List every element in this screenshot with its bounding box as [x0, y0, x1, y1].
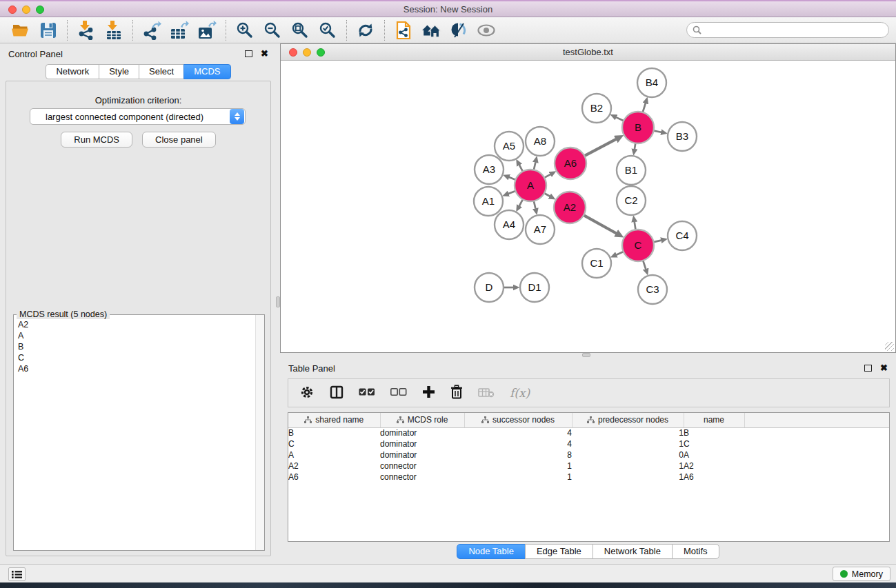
table-cell[interactable]: 0	[572, 449, 684, 460]
mcds-result-item[interactable]: C	[18, 352, 264, 363]
table-cell[interactable]: dominator	[380, 427, 464, 438]
zoom-network-window-button[interactable]	[317, 48, 325, 57]
graph-node-A5[interactable]: A5	[495, 132, 524, 161]
graph-node-A1[interactable]: A1	[474, 187, 503, 216]
deselect-all-button[interactable]	[390, 388, 407, 398]
close-table-panel-icon[interactable]: ✖	[880, 365, 888, 372]
table-cell[interactable]: 8	[464, 449, 572, 460]
table-row[interactable]: Cdominator41C	[288, 438, 889, 449]
memory-button[interactable]: Memory	[833, 567, 890, 581]
graph-node-A6[interactable]: A6	[555, 148, 586, 179]
zoom-selected-button[interactable]	[314, 19, 341, 42]
export-network-button[interactable]	[138, 19, 166, 42]
graph-edge-A-A6[interactable]	[544, 174, 550, 178]
table-cell[interactable]: A6	[288, 472, 380, 483]
graph-node-B4[interactable]: B4	[637, 68, 666, 97]
table-cell[interactable]: A6	[684, 472, 744, 483]
column-header[interactable]: successor nodes	[464, 413, 572, 427]
table-cell[interactable]: 1	[572, 438, 684, 449]
graph-node-B3[interactable]: B3	[668, 122, 697, 151]
first-neighbors-button[interactable]	[417, 19, 445, 42]
graph-edge-A-A4[interactable]	[519, 199, 523, 206]
tab-node-table[interactable]: Node Table	[457, 544, 526, 559]
tab-mcds[interactable]: MCDS	[183, 64, 230, 79]
tab-style[interactable]: Style	[99, 64, 139, 79]
delete-table-button[interactable]	[478, 387, 495, 400]
minimize-network-window-button[interactable]	[303, 48, 311, 57]
table-cell[interactable]: connector	[380, 460, 464, 472]
graph-node-A[interactable]: A	[515, 170, 546, 201]
tab-network-table[interactable]: Network Table	[593, 544, 673, 559]
graph-node-A3[interactable]: A3	[475, 155, 504, 184]
graph-node-D[interactable]: D	[475, 273, 504, 302]
show-columns-button[interactable]	[330, 385, 344, 401]
float-panel-icon[interactable]	[245, 50, 252, 57]
table-cell[interactable]: A	[684, 449, 744, 460]
table-cell[interactable]: 1	[464, 472, 572, 483]
add-column-button[interactable]	[422, 385, 435, 401]
graph-node-C1[interactable]: C1	[582, 249, 611, 278]
table-cell[interactable]: 4	[464, 438, 572, 449]
graph-edge-A-A7[interactable]	[534, 201, 536, 209]
table-cell[interactable]: C	[288, 438, 380, 449]
graph-node-C[interactable]: C	[622, 230, 654, 261]
open-session-button[interactable]	[7, 19, 34, 42]
close-panel-button[interactable]: Close panel	[142, 132, 216, 148]
close-window-button[interactable]	[8, 6, 17, 14]
graph-edge-C-C3[interactable]	[643, 261, 646, 270]
mcds-list-scrollbar[interactable]	[255, 315, 264, 550]
column-header[interactable]: predecessor nodes	[572, 413, 684, 427]
table-cell[interactable]: B	[684, 427, 744, 438]
table-cell[interactable]: B	[288, 427, 380, 438]
column-header[interactable]: MCDS role	[380, 413, 464, 427]
refresh-view-button[interactable]	[352, 19, 379, 42]
import-network-button[interactable]	[72, 19, 100, 42]
graphics-details-button[interactable]	[445, 19, 472, 42]
graph-node-A4[interactable]: A4	[495, 210, 524, 239]
import-table-button[interactable]	[100, 19, 128, 42]
graph-edge-A-A1[interactable]	[508, 191, 516, 194]
search-input[interactable]	[701, 26, 888, 35]
tab-select[interactable]: Select	[139, 64, 184, 79]
minimize-window-button[interactable]	[22, 6, 30, 14]
table-cell[interactable]: 1	[464, 460, 572, 472]
clone-network-button[interactable]	[390, 19, 417, 42]
table-cell[interactable]: A2	[288, 460, 380, 472]
save-session-button[interactable]	[34, 19, 62, 42]
table-row[interactable]: Adominator80A	[288, 449, 889, 460]
export-image-button[interactable]	[193, 19, 221, 42]
table-cell[interactable]: 4	[464, 427, 572, 438]
mcds-result-item[interactable]: A6	[18, 363, 264, 374]
float-table-panel-icon[interactable]	[864, 365, 872, 372]
graph-node-B1[interactable]: B1	[617, 156, 646, 185]
table-cell[interactable]: A	[288, 449, 380, 460]
graph-edge-A6-B[interactable]	[584, 139, 616, 156]
zoom-in-button[interactable]	[231, 19, 259, 42]
export-table-button[interactable]	[166, 19, 193, 42]
table-cell[interactable]: 1	[572, 427, 684, 438]
zoom-window-button[interactable]	[36, 6, 44, 14]
graph-edge-C-C4[interactable]	[654, 241, 661, 243]
graph-node-C3[interactable]: C3	[638, 275, 667, 304]
table-settings-button[interactable]	[299, 385, 315, 402]
graph-node-A8[interactable]: A8	[526, 127, 555, 156]
graph-node-A7[interactable]: A7	[526, 215, 555, 244]
select-all-button[interactable]	[359, 388, 375, 398]
network-canvas[interactable]: B4B2BB3A5A8A6B1A3AC2A1A2A4A7CC4C1C3DD1	[281, 61, 895, 352]
graph-edge-C-C1[interactable]	[616, 252, 624, 255]
criterion-dropdown[interactable]: largest connected component (directed)	[30, 108, 246, 125]
graph-edge-B-B4[interactable]	[643, 103, 646, 112]
zoom-out-button[interactable]	[259, 19, 286, 42]
graph-node-D1[interactable]: D1	[520, 273, 549, 302]
graph-edge-C-C2[interactable]	[635, 222, 636, 230]
function-builder-button[interactable]: f(x)	[510, 386, 530, 400]
table-cell[interactable]: 1	[572, 472, 684, 483]
graph-edge-A-A8[interactable]	[534, 162, 536, 170]
table-cell[interactable]: dominator	[380, 449, 464, 460]
graph-node-C4[interactable]: C4	[668, 221, 697, 250]
graph-node-B2[interactable]: B2	[582, 94, 611, 123]
graph-edge-B-B1[interactable]	[635, 143, 635, 150]
graph-edge-A-A5[interactable]	[519, 165, 523, 172]
graph-edge-B-B2[interactable]	[616, 117, 624, 121]
run-mcds-button[interactable]: Run MCDS	[61, 132, 132, 148]
